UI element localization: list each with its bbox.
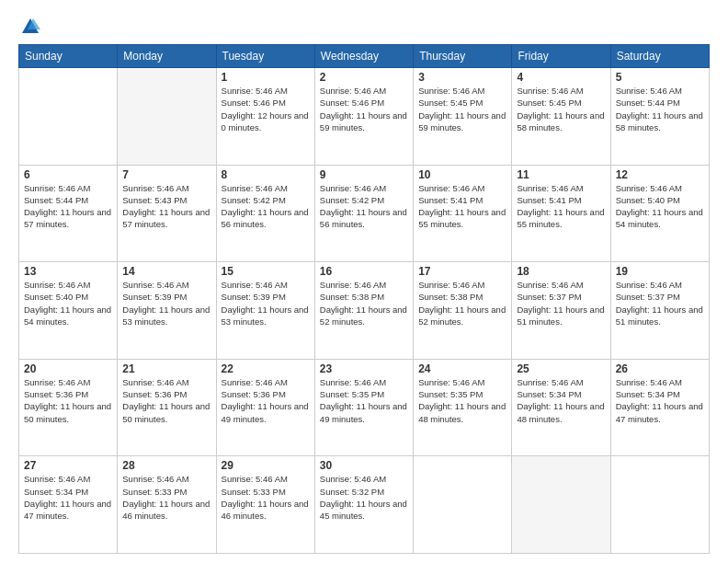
calendar-week-2: 6Sunrise: 5:46 AMSunset: 5:44 PMDaylight… bbox=[19, 165, 710, 262]
calendar-cell: 27Sunrise: 5:46 AMSunset: 5:34 PMDayligh… bbox=[19, 456, 118, 554]
calendar-cell: 14Sunrise: 5:46 AMSunset: 5:39 PMDayligh… bbox=[118, 262, 216, 360]
header bbox=[18, 17, 710, 37]
calendar-cell bbox=[512, 456, 610, 554]
logo bbox=[18, 17, 40, 37]
day-info: Sunrise: 5:46 AMSunset: 5:38 PMDaylight:… bbox=[418, 279, 506, 327]
day-info: Sunrise: 5:46 AMSunset: 5:38 PMDaylight:… bbox=[320, 279, 408, 327]
calendar-header-wednesday: Wednesday bbox=[314, 45, 413, 68]
calendar-cell: 26Sunrise: 5:46 AMSunset: 5:34 PMDayligh… bbox=[610, 359, 709, 456]
calendar-cell: 16Sunrise: 5:46 AMSunset: 5:38 PMDayligh… bbox=[314, 262, 413, 360]
day-info: Sunrise: 5:46 AMSunset: 5:37 PMDaylight:… bbox=[616, 279, 704, 327]
logo-icon bbox=[20, 17, 40, 37]
calendar-header-row: SundayMondayTuesdayWednesdayThursdayFrid… bbox=[19, 45, 710, 68]
calendar-cell: 29Sunrise: 5:46 AMSunset: 5:33 PMDayligh… bbox=[216, 456, 314, 554]
day-number: 24 bbox=[418, 362, 506, 375]
day-number: 18 bbox=[517, 265, 605, 278]
calendar-cell: 7Sunrise: 5:46 AMSunset: 5:43 PMDaylight… bbox=[118, 165, 216, 262]
day-number: 13 bbox=[24, 265, 112, 278]
calendar-cell: 10Sunrise: 5:46 AMSunset: 5:41 PMDayligh… bbox=[414, 165, 512, 262]
calendar-table: SundayMondayTuesdayWednesdayThursdayFrid… bbox=[18, 44, 710, 554]
day-info: Sunrise: 5:46 AMSunset: 5:39 PMDaylight:… bbox=[222, 279, 310, 327]
calendar-cell: 2Sunrise: 5:46 AMSunset: 5:46 PMDaylight… bbox=[314, 68, 413, 166]
day-info: Sunrise: 5:46 AMSunset: 5:46 PMDaylight:… bbox=[222, 85, 310, 133]
day-number: 5 bbox=[616, 71, 704, 84]
day-info: Sunrise: 5:46 AMSunset: 5:45 PMDaylight:… bbox=[517, 85, 605, 133]
calendar-cell: 30Sunrise: 5:46 AMSunset: 5:32 PMDayligh… bbox=[314, 456, 413, 554]
day-info: Sunrise: 5:46 AMSunset: 5:44 PMDaylight:… bbox=[24, 182, 112, 231]
day-info: Sunrise: 5:46 AMSunset: 5:32 PMDaylight:… bbox=[320, 473, 408, 522]
page: SundayMondayTuesdayWednesdayThursdayFrid… bbox=[0, 0, 728, 563]
calendar-cell: 25Sunrise: 5:46 AMSunset: 5:34 PMDayligh… bbox=[512, 359, 610, 456]
day-number: 4 bbox=[517, 71, 605, 84]
day-number: 25 bbox=[517, 362, 605, 375]
calendar-cell: 21Sunrise: 5:46 AMSunset: 5:36 PMDayligh… bbox=[118, 359, 216, 456]
day-info: Sunrise: 5:46 AMSunset: 5:37 PMDaylight:… bbox=[517, 279, 605, 327]
day-number: 12 bbox=[616, 168, 704, 181]
day-info: Sunrise: 5:46 AMSunset: 5:34 PMDaylight:… bbox=[517, 376, 605, 425]
calendar-cell: 15Sunrise: 5:46 AMSunset: 5:39 PMDayligh… bbox=[216, 262, 314, 360]
day-info: Sunrise: 5:46 AMSunset: 5:42 PMDaylight:… bbox=[222, 182, 310, 231]
calendar-cell bbox=[414, 456, 512, 554]
day-info: Sunrise: 5:46 AMSunset: 5:41 PMDaylight:… bbox=[517, 182, 605, 231]
day-number: 19 bbox=[616, 265, 704, 278]
calendar-cell: 24Sunrise: 5:46 AMSunset: 5:35 PMDayligh… bbox=[414, 359, 512, 456]
day-number: 15 bbox=[222, 265, 310, 278]
calendar-cell: 4Sunrise: 5:46 AMSunset: 5:45 PMDaylight… bbox=[512, 68, 610, 166]
calendar-header-tuesday: Tuesday bbox=[216, 45, 314, 68]
calendar-week-3: 13Sunrise: 5:46 AMSunset: 5:40 PMDayligh… bbox=[19, 262, 710, 360]
day-number: 30 bbox=[320, 459, 408, 472]
day-number: 6 bbox=[24, 168, 112, 181]
day-number: 10 bbox=[418, 168, 506, 181]
calendar-cell bbox=[19, 68, 118, 166]
day-info: Sunrise: 5:46 AMSunset: 5:36 PMDaylight:… bbox=[222, 376, 310, 425]
calendar-header-sunday: Sunday bbox=[19, 45, 118, 68]
day-number: 16 bbox=[320, 265, 408, 278]
day-number: 26 bbox=[616, 362, 704, 375]
calendar-cell bbox=[118, 68, 216, 166]
calendar-cell bbox=[610, 456, 709, 554]
calendar-cell: 19Sunrise: 5:46 AMSunset: 5:37 PMDayligh… bbox=[610, 262, 709, 360]
calendar-cell: 9Sunrise: 5:46 AMSunset: 5:42 PMDaylight… bbox=[314, 165, 413, 262]
calendar-header-thursday: Thursday bbox=[414, 45, 512, 68]
day-number: 29 bbox=[222, 459, 310, 472]
day-number: 3 bbox=[418, 71, 506, 84]
calendar-cell: 1Sunrise: 5:46 AMSunset: 5:46 PMDaylight… bbox=[216, 68, 314, 166]
day-number: 20 bbox=[24, 362, 112, 375]
day-number: 14 bbox=[122, 265, 210, 278]
day-number: 7 bbox=[122, 168, 210, 181]
day-info: Sunrise: 5:46 AMSunset: 5:36 PMDaylight:… bbox=[122, 376, 210, 425]
day-info: Sunrise: 5:46 AMSunset: 5:45 PMDaylight:… bbox=[418, 85, 506, 133]
day-info: Sunrise: 5:46 AMSunset: 5:40 PMDaylight:… bbox=[616, 182, 704, 231]
day-info: Sunrise: 5:46 AMSunset: 5:34 PMDaylight:… bbox=[616, 376, 704, 425]
day-number: 22 bbox=[222, 362, 310, 375]
calendar-cell: 13Sunrise: 5:46 AMSunset: 5:40 PMDayligh… bbox=[19, 262, 118, 360]
calendar-cell: 5Sunrise: 5:46 AMSunset: 5:44 PMDaylight… bbox=[610, 68, 709, 166]
day-number: 27 bbox=[24, 459, 112, 472]
calendar-header-monday: Monday bbox=[118, 45, 216, 68]
day-number: 2 bbox=[320, 71, 408, 84]
calendar-cell: 8Sunrise: 5:46 AMSunset: 5:42 PMDaylight… bbox=[216, 165, 314, 262]
day-number: 9 bbox=[320, 168, 408, 181]
day-number: 21 bbox=[122, 362, 210, 375]
day-info: Sunrise: 5:46 AMSunset: 5:46 PMDaylight:… bbox=[320, 85, 408, 133]
calendar-header-friday: Friday bbox=[512, 45, 610, 68]
day-info: Sunrise: 5:46 AMSunset: 5:33 PMDaylight:… bbox=[122, 473, 210, 522]
day-info: Sunrise: 5:46 AMSunset: 5:40 PMDaylight:… bbox=[24, 279, 112, 327]
calendar-cell: 17Sunrise: 5:46 AMSunset: 5:38 PMDayligh… bbox=[414, 262, 512, 360]
day-info: Sunrise: 5:46 AMSunset: 5:33 PMDaylight:… bbox=[222, 473, 310, 522]
calendar-cell: 23Sunrise: 5:46 AMSunset: 5:35 PMDayligh… bbox=[314, 359, 413, 456]
day-number: 17 bbox=[418, 265, 506, 278]
calendar-cell: 12Sunrise: 5:46 AMSunset: 5:40 PMDayligh… bbox=[610, 165, 709, 262]
calendar-week-5: 27Sunrise: 5:46 AMSunset: 5:34 PMDayligh… bbox=[19, 456, 710, 554]
calendar-week-4: 20Sunrise: 5:46 AMSunset: 5:36 PMDayligh… bbox=[19, 359, 710, 456]
day-number: 1 bbox=[222, 71, 310, 84]
day-info: Sunrise: 5:46 AMSunset: 5:36 PMDaylight:… bbox=[24, 376, 112, 425]
calendar-cell: 18Sunrise: 5:46 AMSunset: 5:37 PMDayligh… bbox=[512, 262, 610, 360]
day-info: Sunrise: 5:46 AMSunset: 5:41 PMDaylight:… bbox=[418, 182, 506, 231]
calendar-cell: 28Sunrise: 5:46 AMSunset: 5:33 PMDayligh… bbox=[118, 456, 216, 554]
day-info: Sunrise: 5:46 AMSunset: 5:34 PMDaylight:… bbox=[24, 473, 112, 522]
calendar-cell: 11Sunrise: 5:46 AMSunset: 5:41 PMDayligh… bbox=[512, 165, 610, 262]
calendar-cell: 3Sunrise: 5:46 AMSunset: 5:45 PMDaylight… bbox=[414, 68, 512, 166]
day-number: 11 bbox=[517, 168, 605, 181]
day-info: Sunrise: 5:46 AMSunset: 5:35 PMDaylight:… bbox=[320, 376, 408, 425]
